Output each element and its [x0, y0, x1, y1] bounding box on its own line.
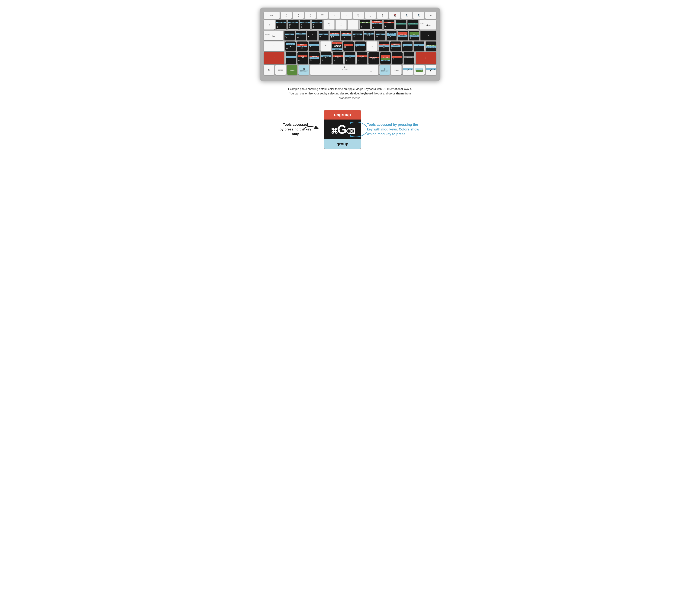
key-0[interactable]: zoom to fit ) 0: [383, 20, 395, 30]
key-x[interactable]: swap line/fill FILL CNTXT X: [309, 52, 320, 64]
key-z[interactable]: redo ⌘Z Z: [297, 52, 308, 64]
key-leading-group: decrease leading increase leading: [414, 65, 425, 75]
key-l[interactable]: unlock lock ⌘L: [378, 41, 389, 51]
key-c[interactable]: align center ⌘C C: [321, 52, 332, 64]
bottom-row: fn control alt option ⌘ command k KEYSHO…: [264, 65, 436, 75]
key-f11[interactable]: 🔉 F11: [401, 12, 412, 19]
key-p[interactable]: doc. setup print ⌘P: [386, 30, 397, 40]
key-rshift[interactable]: ⇧: [416, 52, 436, 64]
key-e[interactable]: ✎ E: [307, 30, 318, 40]
legend-section: Tools accessed by pressing the key only …: [265, 110, 435, 149]
key-clip-to-canvas[interactable]: CLIP TO CANVAS convert to curves: [426, 41, 436, 51]
legend-key-demo: ungroup ⌘G⌫ group: [324, 110, 361, 149]
key-slash[interactable]: FILL: NONE /: [404, 52, 415, 64]
num-row: ± § zoom 100% ! 1 zoom 200% @ 2 zoom 400…: [264, 20, 436, 30]
key-h[interactable]: show all H: [343, 41, 354, 51]
key-f12[interactable]: 🔊 F12: [413, 12, 424, 19]
key-4[interactable]: zoom 800% $ 4: [311, 20, 323, 30]
key-lshift[interactable]: ⇧: [264, 52, 284, 64]
key-f10[interactable]: 🔇 F10: [389, 12, 400, 19]
key-f2[interactable]: ✶ F2: [293, 12, 304, 19]
key-g[interactable]: ungroup ⌘G⌫ group: [332, 41, 342, 51]
key-u[interactable]: underline U: [352, 30, 362, 40]
key-backtick[interactable]: next view ~: [285, 52, 296, 64]
key-v[interactable]: paste inside ▶V V: [333, 52, 344, 64]
key-period-zxcv[interactable]: RESET SEL.BOX ?: [392, 52, 403, 64]
key-f7[interactable]: ⏮ F7: [353, 12, 364, 19]
key-f5[interactable]: F5: [329, 12, 340, 19]
key-arrow-left[interactable]: tighten spacing ◀: [403, 65, 413, 75]
arrow-right-top-icon: [350, 117, 369, 128]
key-control[interactable]: control: [275, 65, 286, 75]
key-n[interactable]: new layer ✏N N: [356, 52, 367, 64]
key-6[interactable]: ^ 6: [335, 20, 347, 30]
key-m[interactable]: media browser ⊡M⊡: [368, 52, 379, 64]
legend-right-area: Tools accessed by pressing the key with …: [367, 122, 427, 137]
fn-row: esc ☀ F1 ✶ F2 ⊞ F3 ⊞⊞ F4 F5 F6 ⏮ F7 ⏯: [264, 12, 436, 19]
key-alt-left[interactable]: alt option: [287, 65, 297, 75]
key-3[interactable]: zoom 400% # 3: [300, 20, 311, 30]
key-rbracket[interactable]: INCREASE BRUSH SIZE move forw. ]: [409, 30, 419, 40]
description-text: Example photo showing default color them…: [284, 87, 416, 100]
key-1[interactable]: zoom 100% ! 1: [276, 20, 287, 30]
key-q[interactable]: quit Q: [284, 30, 295, 40]
key-t[interactable]: show typogr. show charact. A T: [330, 30, 340, 40]
key-equals[interactable]: superscript =: [407, 20, 418, 30]
key-minus[interactable]: subscript -: [395, 20, 406, 30]
key-semicolon[interactable]: spelling opts. SNAPPING ;: [390, 41, 401, 51]
key-8[interactable]: actual size * 8: [359, 20, 371, 30]
qwerty-row: TOGGLE UI tab quit Q close ✎ W ✎ E ruler…: [264, 30, 436, 40]
key-section[interactable]: ± §: [264, 20, 275, 30]
key-i[interactable]: justify left ✏🔍 I: [364, 30, 374, 40]
zxcv-row: ⇧ next view ~ redo ⌘Z Z swap line/fill F…: [264, 52, 436, 64]
key-w[interactable]: close ✎ W: [296, 30, 306, 40]
legend-left-area: Tools accessed by pressing the key only: [273, 122, 318, 137]
key-return[interactable]: ↵: [420, 30, 436, 40]
key-esc[interactable]: esc: [264, 12, 280, 19]
key-d[interactable]: deselect D: [309, 41, 320, 51]
key-caps[interactable]: ⇪ •: [264, 41, 284, 51]
keyboard: esc ☀ F1 ✶ F2 ⊞ F3 ⊞⊞ F4 F5 F6 ⏮ F7 ⏯: [259, 7, 441, 81]
key-comma-zxcv[interactable]: smaller font SPLIT VIEW preferences bigg…: [380, 52, 391, 64]
key-space[interactable]: k KEYSHORTS ☞: [310, 65, 378, 75]
key-alt-right[interactable]: alt option: [391, 65, 401, 75]
key-backslash[interactable]: grid \: [414, 41, 424, 51]
key-r[interactable]: rulers R: [318, 30, 329, 40]
key-f4[interactable]: ⊞⊞ F4: [317, 12, 328, 19]
key-delete[interactable]: DELETE delete: [419, 20, 436, 30]
key-y[interactable]: view: pixels view: outline ⇧Y: [341, 30, 351, 40]
key-2[interactable]: zoom 200% @ 2: [288, 20, 299, 30]
key-f9[interactable]: ⏭ F9: [377, 12, 388, 19]
key-o[interactable]: open O: [375, 30, 385, 40]
key-tab[interactable]: TOGGLE UI tab: [264, 30, 283, 40]
key-f[interactable]: F —: [320, 41, 331, 51]
key-j[interactable]: duplicate J: [355, 41, 366, 51]
key-cmd-left[interactable]: ⌘ command: [298, 65, 309, 75]
arrow-right-bottom-icon: [350, 131, 369, 142]
key-9[interactable]: zoom to sel. pixel size ( 9: [372, 20, 382, 30]
asdf-row: ⇪ • select all ▶ A export... save as... …: [264, 41, 436, 51]
key-5[interactable]: % 5: [324, 20, 335, 30]
key-a[interactable]: select all ▶ A: [285, 41, 296, 51]
key-arrow-right[interactable]: loosen spacing ▶: [426, 65, 436, 75]
key-s[interactable]: export... save as... ⊡S: [297, 41, 308, 51]
key-f6[interactable]: F6: [341, 12, 352, 19]
key-f3[interactable]: ⊞ F3: [305, 12, 316, 19]
key-7[interactable]: & 7: [348, 20, 359, 30]
key-cmd-right[interactable]: ⌘ command: [379, 65, 390, 75]
key-b[interactable]: bold ✏⊡ B: [345, 52, 355, 64]
key-fn[interactable]: fn: [264, 65, 274, 75]
key-eject[interactable]: ⏏: [425, 12, 436, 19]
key-f1[interactable]: ☀ F1: [281, 12, 292, 19]
arrow-left-icon: [301, 122, 324, 137]
key-k[interactable]: K: [367, 41, 377, 51]
key-f8[interactable]: ⏯ F8: [365, 12, 376, 19]
key-lbracket[interactable]: DECREASE BRUSH SIZE move back [: [398, 30, 408, 40]
key-quote[interactable]: guides ": [402, 41, 413, 51]
